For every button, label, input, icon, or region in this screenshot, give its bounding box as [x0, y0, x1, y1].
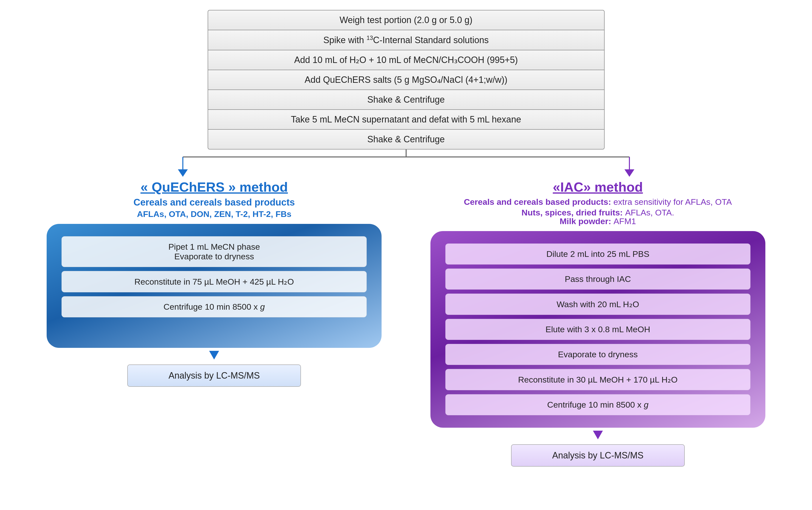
split-section: « QuEChERS » method Cereals and cereals …: [20, 179, 792, 467]
queckers-detail: AFLAs, OTA, DON, ZEN, T-2, HT-2, FBs: [137, 209, 291, 219]
flow-box-add-water: Add 10 mL of H₂O + 10 mL of MeCN/CH₃COOH…: [208, 50, 605, 70]
step-pass-iac: Pass through IAC: [445, 269, 751, 290]
step-elute: Elute with 3 x 0.8 mL MeOH: [445, 319, 751, 340]
step-evaporate: Evaporate to dryness: [445, 344, 751, 365]
svg-marker-5: [625, 169, 634, 177]
iac-title: «IAC» method: [553, 179, 643, 194]
main-container: Weigh test portion (2.0 g or 5.0 g) Spik…: [0, 0, 812, 467]
iac-subtitle3: Milk powder: AFM1: [560, 216, 636, 226]
iac-subtitle2-main: Nuts, spices, dried fruits:: [521, 208, 625, 217]
queckers-title: « QuEChERS » method: [140, 179, 288, 194]
svg-marker-4: [178, 169, 188, 177]
flow-box-take-mecn: Take 5 mL MeCN supernatant and defat wit…: [208, 109, 605, 130]
top-flow: Weigh test portion (2.0 g or 5.0 g) Spik…: [208, 10, 605, 150]
flow-box-spike: Spike with 13C-Internal Standard solutio…: [208, 30, 605, 50]
flow-box-shake1: Shake & Centrifuge: [208, 90, 605, 110]
iac-subtitle1: Cereals and cereals based products: extr…: [464, 197, 732, 207]
step-reconstitute-left: Reconstitute in 75 µL MeOH + 425 µL H₂O: [61, 271, 367, 292]
step-centrifuge-right: Centrifuge 10 min 8500 x g: [445, 394, 751, 415]
iac-subtitle3-main: Milk powder:: [560, 216, 613, 226]
iac-subtitle1-extra: extra sensitivity for AFLAs, OTA: [613, 197, 732, 207]
iac-subtitle2: Nuts, spices, dried fruits: AFLAs, OTA.: [521, 208, 674, 217]
step-dilute: Dilute 2 mL into 25 mL PBS: [445, 243, 751, 265]
final-box-right: Analysis by LC-MS/MS: [511, 444, 685, 467]
final-box-left: Analysis by LC-MS/MS: [127, 364, 301, 387]
arrow-left: [209, 351, 219, 360]
flow-box-add-salts: Add QuEChERS salts (5 g MgSO₄/NaCl (4+1;…: [208, 70, 605, 90]
iac-subtitle2-extra: AFLAs, OTA.: [625, 208, 674, 217]
blue-method-box: Pipet 1 mL MeCN phaseEvaporate to drynes…: [47, 224, 382, 348]
step-wash: Wash with 20 mL H₂O: [445, 294, 751, 315]
split-arrows-svg: [22, 150, 791, 179]
step-pipet: Pipet 1 mL MeCN phaseEvaporate to drynes…: [61, 236, 367, 267]
iac-subtitle3-extra: AFM1: [613, 216, 636, 226]
queckers-subtitle: Cereals and cereals based products: [134, 197, 295, 208]
right-branch: «IAC» method Cereals and cereals based p…: [413, 179, 782, 467]
iac-subtitle1-main: Cereals and cereals based products:: [464, 197, 613, 207]
left-branch: « QuEChERS » method Cereals and cereals …: [30, 179, 399, 467]
step-centrifuge-left: Centrifuge 10 min 8500 x g: [61, 296, 367, 317]
step-reconstitute-right: Reconstitute in 30 µL MeOH + 170 µL H₂O: [445, 369, 751, 390]
purple-method-box: Dilute 2 mL into 25 mL PBS Pass through …: [430, 231, 765, 428]
flow-box-weigh: Weigh test portion (2.0 g or 5.0 g): [208, 10, 605, 30]
arrow-right: [593, 431, 603, 439]
flow-box-shake2: Shake & Centrifuge: [208, 129, 605, 150]
